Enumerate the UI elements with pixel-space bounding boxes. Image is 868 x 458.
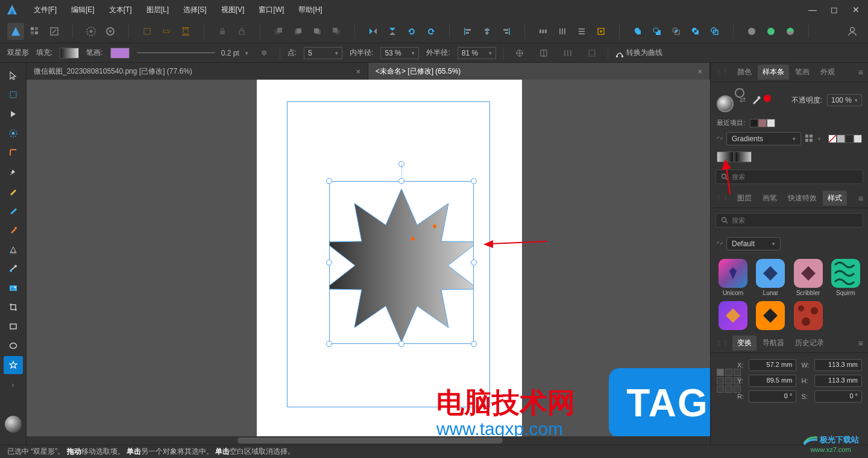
pen-tool-icon[interactable] [4,163,23,181]
menu-select[interactable]: 选择[S] [176,1,214,19]
order-backward-icon[interactable] [289,23,306,40]
panel-grip-icon[interactable]: ⋮⋮ [715,68,729,76]
noswatch[interactable] [845,135,854,143]
scrollbar-thumb[interactable] [237,437,503,444]
align-options-icon[interactable] [593,23,609,40]
x-input[interactable]: 57.2 mm [749,359,796,371]
align-center-h-icon[interactable] [479,23,495,40]
account-icon[interactable] [844,23,861,40]
doc-tab-1[interactable]: 微信截图_20230808105540.png [已修改] (77.6%) × [27,63,368,80]
selection-handle[interactable] [471,259,477,266]
maximize-icon[interactable]: ◻ [825,1,844,18]
tab-close-icon[interactable]: × [697,67,702,76]
crop-tool-icon[interactable] [4,298,23,316]
persona-export-icon[interactable] [46,23,63,40]
fill-swatch[interactable] [60,48,79,59]
transparency-tool-icon[interactable] [4,259,23,278]
align-left-icon[interactable] [459,23,476,40]
style-scribbler[interactable]: Scribbler [792,259,825,296]
recent-swatch[interactable] [750,119,758,127]
minimize-icon[interactable]: — [803,1,822,18]
distribute-v-icon[interactable] [554,23,571,40]
brush-tool-icon[interactable] [4,202,23,220]
panel-menu-icon[interactable]: ≡ [858,194,863,203]
menu-text[interactable]: 文本[T] [102,1,139,19]
selection-handle[interactable] [398,178,404,184]
swatch-preset-select[interactable]: Gradients [726,132,801,145]
noswatch[interactable] [854,135,862,143]
lock-children-icon[interactable] [214,23,231,40]
contour-tool-icon[interactable] [4,124,23,142]
pencil-tool-icon[interactable] [4,182,23,200]
view-defaults-icon[interactable] [83,23,99,40]
bool-intersect-icon[interactable] [668,23,685,40]
persona-pixel-icon[interactable] [27,23,43,40]
tab-navigator[interactable]: 导航器 [758,336,789,351]
selection-handle[interactable] [471,178,477,184]
rotate-ccw-icon[interactable] [403,23,420,40]
gradient-swatch[interactable] [717,151,734,162]
stroke-preview-icon[interactable] [137,52,215,53]
order-forward-icon[interactable] [309,23,326,40]
style-unicorn[interactable]: Unicorn [717,259,749,296]
align-handles-4-icon[interactable] [583,45,600,62]
flip-v-icon[interactable] [384,23,401,40]
canvas-viewport[interactable]: 电脑技术网 www.tagxp.com TAG [27,80,710,445]
tab-fx[interactable]: 快速特效 [783,191,822,206]
tab-stroke[interactable]: 笔画 [790,65,814,80]
align-handles-1-icon[interactable] [511,45,528,62]
selection-handle[interactable] [398,341,404,347]
tab-color[interactable]: 颜色 [732,65,756,80]
menu-window[interactable]: 窗口[W] [251,1,291,19]
tab-styles[interactable]: 样式 [823,191,847,206]
selection-handle[interactable] [326,259,332,266]
gear-icon[interactable]: ✲ [256,45,272,62]
recent-swatch[interactable] [767,119,775,127]
menu-help[interactable]: 帮助[H] [291,1,329,19]
panel-menu-icon[interactable]: ≡ [858,339,863,348]
more-tools-icon[interactable]: › [4,375,23,393]
swap-icon[interactable]: ⇄ [740,95,746,104]
bool-xor-icon[interactable] [687,23,704,40]
hide-children-icon[interactable] [233,23,250,40]
selection-bounds[interactable] [329,181,474,344]
eyedropper-tool-icon[interactable] [4,221,23,239]
scrollbar-horizontal[interactable] [27,436,710,445]
style-preset-select[interactable]: Default [726,237,781,250]
color-selector-icon[interactable] [5,416,22,433]
color-picker-eyedropper-icon[interactable] [750,95,761,106]
styles-search-input[interactable]: 搜索 [715,213,863,227]
selection-handle[interactable] [326,341,332,347]
rotate-cw-icon[interactable] [423,23,439,40]
tab-layers[interactable]: 图层 [732,191,756,206]
star-tool-icon[interactable] [4,356,23,374]
artboard-tool-icon[interactable] [4,86,23,104]
snap-options-icon[interactable] [177,23,194,40]
tab-swatches[interactable]: 样本条 [758,65,789,80]
sync-defaults-icon[interactable] [102,23,119,40]
bool-add-icon[interactable] [629,23,646,40]
close-window-icon[interactable]: ✕ [846,1,866,18]
tab-history[interactable]: 历史记录 [790,336,829,351]
fill-stroke-selector[interactable]: ⇄ [717,88,746,112]
panel-menu-icon[interactable]: ≡ [858,68,863,77]
align-right-icon[interactable] [498,23,515,40]
y-input[interactable]: 89.5 mm [749,375,796,387]
node-tool-icon[interactable] [4,105,23,123]
picker-target-icon[interactable] [764,95,771,102]
corner-tool-icon[interactable] [4,144,23,162]
s-input[interactable]: 0 ° [814,390,862,402]
gradient-swatch[interactable] [735,151,752,162]
r-input[interactable]: 0 ° [749,390,796,402]
none-swatch-icon[interactable] [828,135,837,143]
snap-icon[interactable] [139,23,156,40]
menu-view[interactable]: 视图[V] [214,1,252,19]
insert-target-icon[interactable] [743,23,760,40]
inner-radius-select[interactable]: 53 % [380,47,419,59]
align-handles-3-icon[interactable] [559,45,576,62]
selection-handle[interactable] [326,178,332,184]
style-lunar[interactable]: Lunar [754,259,787,296]
force-pixel-icon[interactable] [158,23,175,40]
convert-curves-button[interactable]: 转换为曲线 [615,48,662,58]
style-extra-2[interactable] [754,301,787,330]
